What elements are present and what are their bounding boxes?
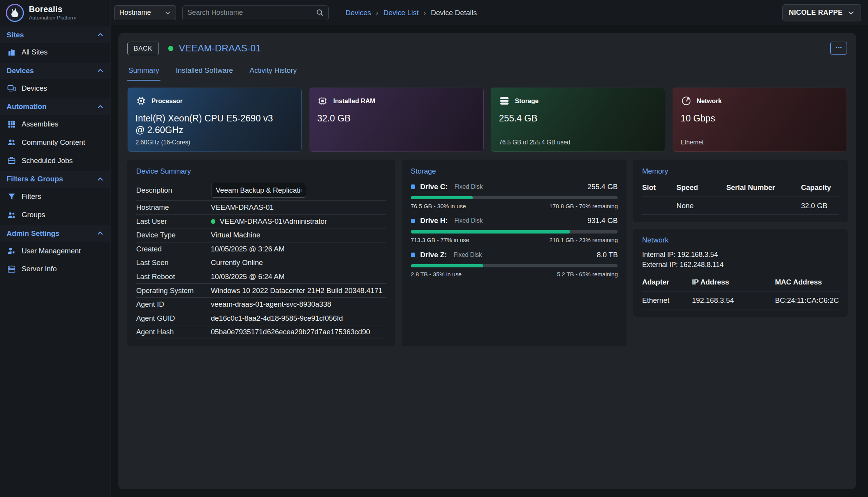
drive-usage-track bbox=[411, 196, 618, 200]
drive-h-row: Drive H: Fixed Disk 931.4 GB 713.3 GB - … bbox=[411, 216, 618, 243]
storage-card: Storage 255.4 GB 76.5 GB of 255.4 GB use… bbox=[491, 88, 665, 152]
sidebar-item-label: All Sites bbox=[21, 48, 48, 56]
breadcrumb-devices[interactable]: Devices bbox=[345, 9, 371, 17]
detail-panels: Device Summary Description Hostname VEEA… bbox=[127, 160, 847, 346]
chevron-up-icon bbox=[97, 230, 104, 237]
sidebar-item-filters[interactable]: Filters bbox=[0, 188, 110, 206]
table-row: Operating System Windows 10 2022 Datacen… bbox=[136, 284, 387, 298]
sidebar-item-assemblies[interactable]: Assemblies bbox=[0, 115, 110, 133]
table-row: None 32.0 GB bbox=[642, 197, 839, 215]
device-summary-table: Description Hostname VEEAM-DRAAS-01 Last… bbox=[136, 180, 387, 339]
processor-card: Processor Intel(R) Xeon(R) CPU E5-2690 v… bbox=[127, 88, 302, 152]
tab-activity-history[interactable]: Activity History bbox=[248, 64, 298, 81]
section-label: Admin Settings bbox=[7, 229, 59, 238]
brand-name: Borealis bbox=[29, 5, 76, 14]
table-row: Last User VEEAM-DRAAS-01\Administrator bbox=[136, 215, 387, 229]
storage-stack-icon bbox=[499, 95, 510, 106]
sidebar-item-user-management[interactable]: User Management bbox=[0, 242, 110, 260]
user-menu-button[interactable]: NICOLE RAPPE bbox=[782, 4, 861, 21]
sidebar-section-sites[interactable]: Sites bbox=[0, 26, 110, 43]
sidebar-item-community-content[interactable]: Community Content bbox=[0, 133, 110, 152]
processor-value: Intel(R) Xeon(R) CPU E5-2690 v3 @ 2.60GH… bbox=[136, 112, 294, 136]
card-label: Storage bbox=[515, 97, 539, 105]
drive-c-row: Drive C: Fixed Disk 255.4 GB 76.5 GB - 3… bbox=[411, 183, 618, 209]
device-details-panel: BACK VEEAM-DRAAS-01 Summary Installed So… bbox=[118, 33, 856, 489]
sidebar-section-filters-groups[interactable]: Filters & Groups bbox=[0, 171, 110, 188]
search-input[interactable] bbox=[187, 9, 313, 17]
installed-ram-card: Installed RAM 32.0 GB bbox=[309, 88, 484, 152]
panel-title: Memory bbox=[642, 167, 839, 176]
chevron-up-icon bbox=[97, 104, 104, 110]
people-icon bbox=[7, 211, 16, 219]
section-label: Automation bbox=[7, 102, 47, 111]
description-input[interactable] bbox=[211, 183, 306, 198]
chevron-up-icon bbox=[97, 176, 104, 183]
ram-icon bbox=[317, 95, 328, 106]
hostname-search bbox=[182, 5, 329, 20]
drive-remaining: 178.8 GB - 70% remaining bbox=[549, 203, 618, 209]
drive-remaining: 218.1 GB - 23% remaining bbox=[549, 237, 618, 243]
more-actions-button[interactable] bbox=[830, 42, 847, 55]
gauge-icon bbox=[681, 95, 692, 106]
storage-value: 255.4 GB bbox=[499, 112, 657, 124]
buildings-icon bbox=[7, 48, 16, 56]
back-button[interactable]: BACK bbox=[127, 42, 159, 55]
sidebar-item-label: Community Content bbox=[21, 138, 85, 147]
device-tabs: Summary Installed Software Activity Hist… bbox=[127, 64, 847, 81]
sidebar-section-admin-settings[interactable]: Admin Settings bbox=[0, 225, 110, 242]
right-column: Memory Slot Speed Serial Number Capacity bbox=[633, 160, 848, 346]
funnel-icon bbox=[7, 193, 16, 200]
sidebar-item-all-sites[interactable]: All Sites bbox=[0, 43, 110, 61]
drive-usage-bar bbox=[411, 230, 570, 234]
sidebar-item-groups[interactable]: Groups bbox=[0, 206, 110, 224]
sidebar-section-devices[interactable]: Devices bbox=[0, 63, 110, 79]
drive-used: 76.5 GB - 30% in use bbox=[411, 203, 466, 209]
table-row: Agent ID veeam-draas-01-agent-svc-8930a3… bbox=[136, 298, 387, 312]
internal-ip: Internal IP: 192.168.3.54 bbox=[642, 249, 839, 260]
borealis-logo-icon bbox=[5, 4, 24, 22]
tab-installed-software[interactable]: Installed Software bbox=[175, 64, 234, 81]
network-card: Network 10 Gbps Ethernet bbox=[673, 88, 847, 152]
breadcrumb-separator: › bbox=[376, 9, 379, 17]
table-row: Agent Hash 05ba0e7935171d626ecea29b27d7a… bbox=[136, 325, 387, 339]
chevron-up-icon bbox=[97, 67, 104, 74]
memory-panel: Memory Slot Speed Serial Number Capacity bbox=[633, 160, 848, 222]
storage-footer: 76.5 GB of 255.4 GB used bbox=[499, 139, 570, 146]
network-panel: Network Internal IP: 192.168.3.54 Extern… bbox=[633, 229, 848, 317]
breadcrumb-device-list[interactable]: Device List bbox=[383, 9, 418, 17]
briefcase-icon bbox=[7, 156, 16, 165]
table-row: Last Seen Currently Online bbox=[136, 256, 387, 270]
app-window: Borealis Automation Platform Sites All S… bbox=[0, 0, 868, 497]
breadcrumb-separator: › bbox=[424, 9, 426, 17]
chevron-down-icon bbox=[848, 9, 854, 16]
section-label: Sites bbox=[7, 31, 24, 39]
drive-used: 713.3 GB - 77% in use bbox=[411, 237, 469, 243]
table-row: Last Reboot 10/03/2025 @ 6:24 AM bbox=[136, 270, 387, 284]
sidebar-item-server-info[interactable]: Server Info bbox=[0, 260, 110, 278]
sidebar-item-label: Server Info bbox=[21, 265, 56, 273]
sidebar-item-label: Groups bbox=[21, 211, 45, 219]
sidebar-section-automation[interactable]: Automation bbox=[0, 98, 110, 115]
search-field-select-value: Hostname bbox=[120, 9, 151, 17]
processor-footer: 2.60GHz (16-Cores) bbox=[136, 139, 190, 146]
drive-z-row: Drive Z: Fixed Disk 8.0 TB 2.8 TB - 35% … bbox=[411, 251, 618, 277]
sidebar-item-label: Assemblies bbox=[21, 120, 58, 128]
topbar: Hostname Devices › Device List › Device … bbox=[111, 0, 868, 25]
brand: Borealis Automation Platform bbox=[0, 0, 110, 25]
search-field-select[interactable]: Hostname bbox=[114, 5, 176, 20]
sidebar-item-label: Scheduled Jobs bbox=[21, 156, 72, 165]
user-gear-icon bbox=[7, 247, 16, 255]
sidebar-item-devices[interactable]: Devices bbox=[0, 79, 110, 97]
drive-usage-track bbox=[411, 230, 618, 234]
section-label: Devices bbox=[7, 67, 34, 75]
memory-table: Slot Speed Serial Number Capacity None bbox=[642, 180, 839, 215]
device-name: VEEAM-DRAAS-01 bbox=[179, 43, 261, 54]
server-icon bbox=[7, 265, 16, 273]
tab-summary[interactable]: Summary bbox=[127, 64, 160, 81]
main-area: Hostname Devices › Device List › Device … bbox=[111, 0, 868, 497]
search-icon[interactable] bbox=[316, 9, 323, 16]
sidebar-item-scheduled-jobs[interactable]: Scheduled Jobs bbox=[0, 151, 110, 170]
network-value: 10 Gbps bbox=[681, 112, 839, 124]
drive-usage-bar bbox=[411, 196, 473, 200]
user-name: NICOLE RAPPE bbox=[789, 9, 843, 17]
